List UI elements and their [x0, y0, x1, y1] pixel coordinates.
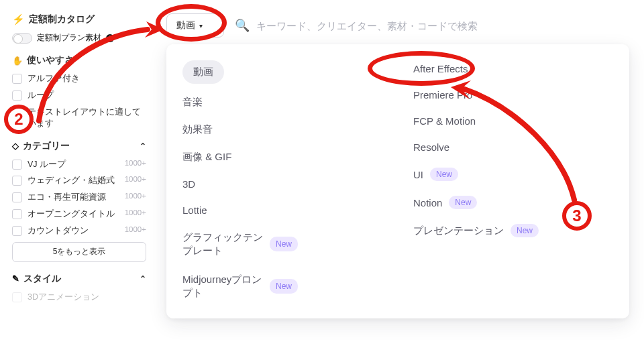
search-wrap: 🔍 [231, 18, 625, 33]
brush-icon: ✎ [12, 274, 19, 284]
checkbox[interactable] [12, 226, 22, 236]
bolt-icon: ⚡ [12, 13, 25, 25]
category-item[interactable]: オープニングタイトル 1000+ [12, 208, 146, 220]
panel-item-video[interactable]: 動画 [182, 60, 382, 84]
category-item[interactable]: カウントダウン 1000+ [12, 225, 146, 237]
new-badge: New [270, 279, 298, 294]
checkbox[interactable] [12, 74, 22, 84]
category-item[interactable]: ウェディング・結婚式 1000+ [12, 175, 146, 186]
panel-item-music[interactable]: 音楽 [182, 93, 382, 111]
style-section: ✎ スタイル ⌃ 3Dアニメーション [12, 273, 146, 303]
checkbox-label: 3Dアニメーション [28, 292, 146, 303]
checkbox-label: エコ・再生可能資源 [28, 192, 119, 203]
type-selected: 動画 [176, 19, 195, 32]
checkbox[interactable] [12, 176, 22, 186]
count: 1000+ [125, 175, 146, 183]
pill: 動画 [182, 60, 224, 84]
checkbox-label: テキストレイアウトに適しています [28, 107, 146, 129]
panel-item-label: Notion [413, 197, 442, 208]
count: 1000+ [125, 225, 146, 233]
panel-item-fcp-motion[interactable]: FCP & Motion [413, 113, 613, 129]
panel-item-sfx[interactable]: 効果音 [182, 121, 382, 139]
new-badge: New [430, 168, 458, 181]
count: 1000+ [125, 159, 146, 167]
panel-item-label: プレゼンテーション [413, 225, 504, 237]
catalog-title-text: 定額制カタログ [29, 13, 95, 25]
count: 1000+ [125, 192, 146, 200]
checkbox-label: カウントダウン [28, 225, 119, 237]
catalog-section: ⚡ 定額制カタログ 定額制プラン素材 i [12, 13, 146, 44]
panel-item-label: After Effects [413, 63, 468, 74]
category-item[interactable]: VJ ループ 1000+ [12, 159, 146, 170]
show-more-button[interactable]: 5をもっと表示 [12, 242, 146, 262]
panel-item-label: UI [413, 169, 423, 180]
panel-item-premiere-pro[interactable]: Premiere Pro [413, 86, 613, 103]
plan-label: 定額制プラン素材 [37, 32, 101, 44]
panel-item-3d[interactable]: 3D [182, 176, 382, 192]
catalog-title: ⚡ 定額制カタログ [12, 13, 146, 25]
panel-item-image-gif[interactable]: 画像 & GIF [182, 148, 382, 166]
plan-row: 定額制プラン素材 i [12, 32, 146, 44]
category-header[interactable]: ◇ カテゴリー ⌃ [12, 140, 146, 152]
new-badge: New [449, 196, 477, 209]
search-icon: 🔍 [235, 18, 250, 33]
style-title: スタイル [23, 273, 61, 285]
info-icon[interactable]: i [106, 34, 114, 42]
panel-item-graphic-templates[interactable]: グラフィックテンプレートNew [182, 228, 382, 261]
new-badge: New [511, 224, 539, 237]
chevron-up-icon: ⌃ [140, 274, 146, 284]
usability-item-alpha[interactable]: アルファ付き [12, 73, 146, 84]
category-item[interactable]: エコ・再生可能資源 1000+ [12, 192, 146, 203]
topbar: 動画 ▾ 🔍 [166, 12, 625, 39]
count: 1000+ [125, 208, 146, 217]
hand-icon: ✋ [12, 56, 23, 66]
panel-item-ui[interactable]: UINew [413, 165, 613, 184]
type-dropdown-panel: 動画 音楽 効果音 画像 & GIF 3D Lottie グラフィックテンプレー… [166, 44, 629, 318]
chevron-up-icon: ⌃ [140, 141, 146, 151]
usability-header[interactable]: ✋ 使いやすさ [12, 54, 146, 66]
panel-item-label: 効果音 [182, 123, 213, 136]
search-input[interactable] [256, 20, 625, 32]
checkbox[interactable] [12, 107, 22, 117]
panel-item-midjourney[interactable]: MidjourneyプロンプトNew [182, 270, 382, 303]
usability-title: 使いやすさ [27, 54, 74, 66]
checkbox[interactable] [12, 292, 22, 302]
plan-toggle[interactable] [12, 33, 32, 44]
checkbox-label: VJ ループ [28, 159, 119, 170]
type-dropdown[interactable]: 動画 ▾ [166, 13, 224, 38]
panel-item-label: グラフィックテンプレート [182, 231, 263, 258]
checkbox-label: ウェディング・結婚式 [28, 175, 119, 186]
checkbox-label: アルファ付き [28, 73, 146, 84]
panel-item-label: FCP & Motion [413, 115, 476, 127]
panel-item-label: Lottie [182, 204, 207, 216]
checkbox-label: オープニングタイトル [28, 208, 119, 220]
checkbox[interactable] [12, 160, 22, 170]
panel-item-presentation[interactable]: プレゼンテーションNew [413, 221, 613, 240]
usability-section: ✋ 使いやすさ アルファ付き ループ テキストレイアウトに適しています [12, 54, 146, 129]
tag-icon: ◇ [12, 141, 19, 151]
usability-item-loop[interactable]: ループ [12, 90, 146, 101]
checkbox-label: ループ [28, 90, 146, 101]
checkbox[interactable] [12, 90, 22, 101]
usability-item-textlayout[interactable]: テキストレイアウトに適しています [12, 107, 146, 129]
panel-item-label: 画像 & GIF [182, 151, 231, 164]
panel-col-2: After Effects Premiere Pro FCP & Motion … [413, 60, 613, 302]
panel-item-lottie[interactable]: Lottie [182, 202, 382, 219]
panel-item-notion[interactable]: NotionNew [413, 193, 613, 212]
panel-item-label: Midjourneyプロンプト [182, 273, 263, 300]
sidebar: ⚡ 定額制カタログ 定額制プラン素材 i ✋ 使いやすさ アルファ付き ループ … [0, 0, 156, 362]
panel-item-label: Resolve [413, 141, 449, 153]
checkbox[interactable] [12, 192, 22, 202]
style-item[interactable]: 3Dアニメーション [12, 292, 146, 303]
caret-down-icon: ▾ [199, 22, 203, 29]
panel-col-1: 動画 音楽 効果音 画像 & GIF 3D Lottie グラフィックテンプレー… [182, 60, 382, 302]
category-title: カテゴリー [23, 140, 70, 152]
panel-item-label: Premiere Pro [413, 89, 472, 101]
new-badge: New [270, 237, 298, 251]
style-header[interactable]: ✎ スタイル ⌃ [12, 273, 146, 285]
panel-item-label: 音楽 [182, 96, 203, 109]
checkbox[interactable] [12, 209, 22, 219]
panel-item-after-effects[interactable]: After Effects [413, 60, 613, 77]
panel-item-label: 3D [182, 178, 195, 190]
panel-item-resolve[interactable]: Resolve [413, 139, 613, 156]
